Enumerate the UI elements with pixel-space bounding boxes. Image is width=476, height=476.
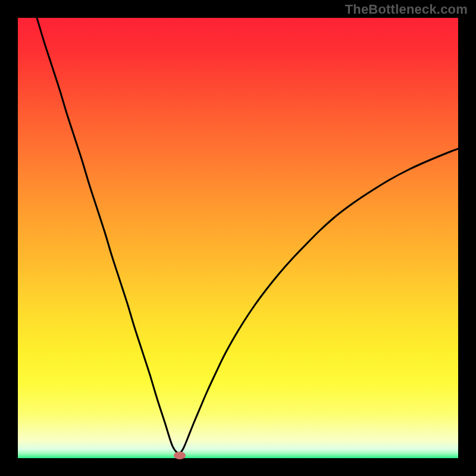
curve-svg <box>18 18 458 458</box>
watermark-text: TheBottleneck.com <box>345 2 468 17</box>
gradient-plot-area <box>18 18 458 458</box>
curve-left-branch <box>37 18 179 455</box>
minimum-marker <box>174 452 186 459</box>
chart-root: TheBottleneck.com <box>0 0 476 476</box>
curve-right-branch <box>179 149 458 455</box>
